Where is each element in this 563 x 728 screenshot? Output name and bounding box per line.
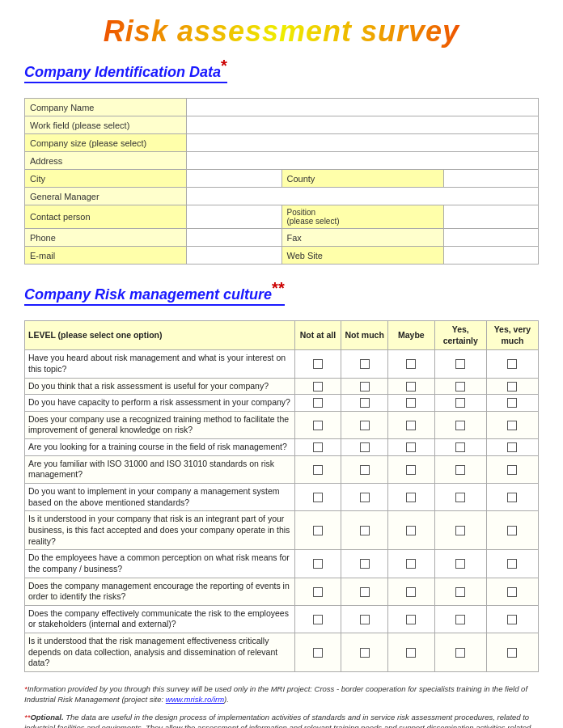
checkbox-cell[interactable]: [294, 578, 341, 605]
checkbox-cell[interactable]: [434, 511, 486, 550]
checkbox-icon[interactable]: [313, 465, 323, 475]
checkbox-icon[interactable]: [313, 587, 323, 597]
checkbox-cell[interactable]: [387, 578, 434, 605]
checkbox-icon[interactable]: [360, 398, 370, 408]
checkbox-icon[interactable]: [406, 648, 416, 658]
checkbox-icon[interactable]: [360, 382, 370, 392]
value-work-field[interactable]: [187, 116, 539, 134]
checkbox-icon[interactable]: [406, 359, 416, 369]
checkbox-cell[interactable]: [341, 550, 388, 578]
value-county[interactable]: [443, 170, 539, 188]
checkbox-icon[interactable]: [455, 587, 465, 597]
checkbox-icon[interactable]: [313, 359, 323, 369]
checkbox-icon[interactable]: [507, 615, 517, 624]
checkbox-icon[interactable]: [406, 587, 416, 597]
checkbox-cell[interactable]: [486, 395, 538, 412]
checkbox-cell[interactable]: [387, 605, 434, 633]
checkbox-icon[interactable]: [455, 465, 465, 475]
checkbox-icon[interactable]: [507, 359, 517, 369]
value-general-manager[interactable]: [187, 188, 539, 205]
checkbox-cell[interactable]: [294, 484, 341, 511]
checkbox-cell[interactable]: [434, 439, 486, 456]
value-email[interactable]: [187, 247, 282, 265]
checkbox-cell[interactable]: [341, 605, 388, 633]
checkbox-icon[interactable]: [455, 526, 465, 535]
checkbox-icon[interactable]: [455, 493, 465, 502]
checkbox-icon[interactable]: [360, 493, 370, 502]
checkbox-icon[interactable]: [360, 615, 370, 624]
checkbox-cell[interactable]: [341, 578, 388, 605]
checkbox-cell[interactable]: [341, 439, 388, 456]
checkbox-cell[interactable]: [387, 350, 434, 378]
checkbox-icon[interactable]: [507, 493, 517, 502]
checkbox-cell[interactable]: [387, 511, 434, 550]
checkbox-cell[interactable]: [434, 455, 486, 483]
checkbox-icon[interactable]: [406, 442, 416, 452]
checkbox-cell[interactable]: [486, 550, 538, 578]
checkbox-icon[interactable]: [360, 648, 370, 658]
checkbox-cell[interactable]: [294, 439, 341, 456]
checkbox-icon[interactable]: [455, 359, 465, 369]
checkbox-icon[interactable]: [507, 526, 517, 535]
checkbox-icon[interactable]: [455, 442, 465, 452]
checkbox-icon[interactable]: [313, 648, 323, 658]
value-address[interactable]: [187, 152, 539, 170]
checkbox-cell[interactable]: [387, 484, 434, 511]
checkbox-cell[interactable]: [341, 633, 388, 672]
checkbox-icon[interactable]: [406, 421, 416, 430]
checkbox-icon[interactable]: [455, 648, 465, 658]
checkbox-icon[interactable]: [455, 382, 465, 392]
checkbox-cell[interactable]: [341, 411, 388, 438]
checkbox-cell[interactable]: [387, 411, 434, 438]
checkbox-cell[interactable]: [434, 395, 486, 412]
checkbox-icon[interactable]: [406, 526, 416, 535]
checkbox-cell[interactable]: [341, 395, 388, 412]
checkbox-icon[interactable]: [406, 398, 416, 408]
checkbox-cell[interactable]: [434, 550, 486, 578]
checkbox-icon[interactable]: [507, 382, 517, 392]
checkbox-icon[interactable]: [507, 648, 517, 658]
checkbox-cell[interactable]: [434, 378, 486, 395]
checkbox-icon[interactable]: [360, 465, 370, 475]
checkbox-cell[interactable]: [486, 411, 538, 438]
checkbox-icon[interactable]: [455, 398, 465, 408]
checkbox-cell[interactable]: [294, 511, 341, 550]
checkbox-cell[interactable]: [434, 605, 486, 633]
value-company-size[interactable]: [187, 134, 539, 152]
checkbox-cell[interactable]: [486, 484, 538, 511]
checkbox-cell[interactable]: [486, 511, 538, 550]
checkbox-icon[interactable]: [360, 559, 370, 569]
value-fax[interactable]: [443, 229, 539, 247]
value-position[interactable]: [443, 205, 539, 229]
checkbox-cell[interactable]: [486, 350, 538, 378]
checkbox-cell[interactable]: [294, 378, 341, 395]
checkbox-cell[interactable]: [434, 578, 486, 605]
checkbox-cell[interactable]: [341, 484, 388, 511]
checkbox-cell[interactable]: [387, 633, 434, 672]
checkbox-cell[interactable]: [294, 411, 341, 438]
value-company-name[interactable]: [187, 99, 539, 116]
checkbox-icon[interactable]: [406, 382, 416, 392]
checkbox-cell[interactable]: [434, 633, 486, 672]
checkbox-cell[interactable]: [341, 350, 388, 378]
value-city[interactable]: [187, 170, 282, 188]
checkbox-cell[interactable]: [387, 550, 434, 578]
checkbox-icon[interactable]: [360, 587, 370, 597]
checkbox-cell[interactable]: [341, 511, 388, 550]
checkbox-icon[interactable]: [406, 465, 416, 475]
checkbox-cell[interactable]: [387, 455, 434, 483]
checkbox-icon[interactable]: [455, 421, 465, 430]
checkbox-icon[interactable]: [313, 382, 323, 392]
checkbox-icon[interactable]: [507, 559, 517, 569]
checkbox-icon[interactable]: [360, 442, 370, 452]
checkbox-cell[interactable]: [486, 455, 538, 483]
checkbox-icon[interactable]: [313, 442, 323, 452]
checkbox-icon[interactable]: [313, 615, 323, 624]
checkbox-icon[interactable]: [507, 398, 517, 408]
checkbox-cell[interactable]: [486, 605, 538, 633]
checkbox-icon[interactable]: [313, 398, 323, 408]
checkbox-cell[interactable]: [294, 605, 341, 633]
value-website[interactable]: [443, 247, 539, 265]
checkbox-cell[interactable]: [486, 633, 538, 672]
checkbox-icon[interactable]: [455, 615, 465, 624]
